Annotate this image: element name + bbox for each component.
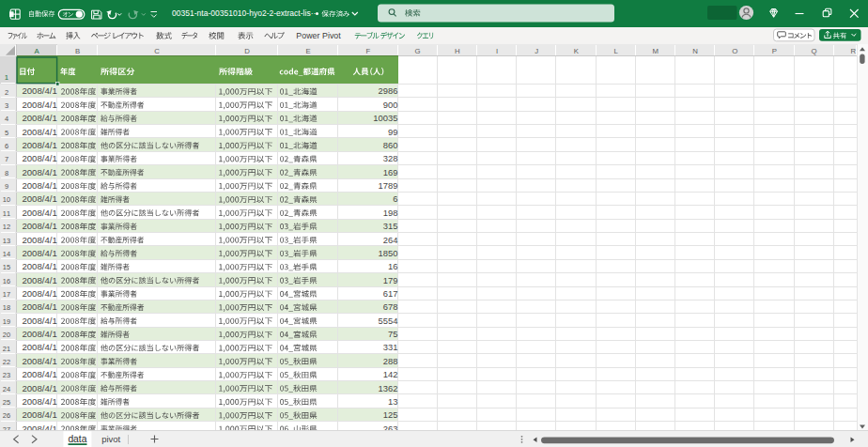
svg-text:264: 264 bbox=[383, 235, 398, 245]
svg-text:data: data bbox=[68, 434, 86, 444]
svg-text:E: E bbox=[305, 47, 310, 55]
svg-text:99: 99 bbox=[388, 127, 397, 137]
svg-text:14: 14 bbox=[3, 250, 10, 258]
svg-text:10035: 10035 bbox=[373, 113, 397, 123]
svg-text:125: 125 bbox=[383, 409, 398, 420]
svg-text:2008/4/1: 2008/4/1 bbox=[22, 167, 56, 177]
svg-text:900: 900 bbox=[383, 100, 398, 110]
svg-text:2008/4/1: 2008/4/1 bbox=[22, 301, 56, 312]
svg-text:2008/4/1: 2008/4/1 bbox=[22, 342, 56, 352]
svg-text:N: N bbox=[692, 47, 698, 55]
svg-text:8: 8 bbox=[5, 169, 8, 177]
svg-text:2008/4/1: 2008/4/1 bbox=[22, 316, 56, 326]
svg-text:1850: 1850 bbox=[379, 248, 398, 258]
svg-text:26: 26 bbox=[3, 411, 10, 420]
svg-text:6: 6 bbox=[393, 193, 397, 204]
svg-text:678: 678 bbox=[383, 301, 398, 312]
svg-text:331: 331 bbox=[383, 342, 398, 352]
svg-text:11: 11 bbox=[3, 209, 10, 218]
svg-text:Power Pivot: Power Pivot bbox=[296, 31, 341, 40]
svg-text:pivot: pivot bbox=[101, 434, 120, 444]
svg-text:O: O bbox=[732, 47, 737, 55]
svg-text:H: H bbox=[455, 47, 460, 55]
svg-text:2008/4/1: 2008/4/1 bbox=[22, 127, 56, 137]
svg-text:2008/4/1: 2008/4/1 bbox=[22, 221, 56, 231]
svg-text:328: 328 bbox=[383, 153, 398, 163]
svg-text:22: 22 bbox=[3, 358, 10, 366]
svg-text:75: 75 bbox=[388, 329, 397, 339]
svg-text:17: 17 bbox=[3, 290, 10, 299]
svg-text:2008/4/1: 2008/4/1 bbox=[22, 140, 56, 150]
svg-text:00351-nta-00351010-hyo2-2-extr: 00351-nta-00351010-hyo2-2-extract-lis··· bbox=[172, 8, 318, 18]
svg-text:L: L bbox=[613, 47, 618, 55]
svg-text:13: 13 bbox=[3, 237, 10, 245]
svg-text:20: 20 bbox=[3, 331, 10, 339]
svg-text:K: K bbox=[574, 47, 580, 55]
svg-text:860: 860 bbox=[383, 140, 398, 150]
svg-text:2008/4/1: 2008/4/1 bbox=[22, 369, 56, 379]
svg-text:13: 13 bbox=[388, 396, 397, 407]
svg-text:C: C bbox=[154, 47, 160, 55]
svg-text:2008/4/1: 2008/4/1 bbox=[22, 180, 56, 191]
svg-text:6: 6 bbox=[5, 142, 8, 150]
svg-text:21: 21 bbox=[3, 345, 10, 353]
svg-text:I: I bbox=[496, 47, 498, 55]
svg-text:23: 23 bbox=[3, 371, 10, 379]
svg-text:2008/4/1: 2008/4/1 bbox=[22, 288, 56, 299]
svg-text:Q: Q bbox=[812, 47, 817, 55]
svg-text:2008/4/1: 2008/4/1 bbox=[22, 208, 56, 218]
svg-text:2008/4/1: 2008/4/1 bbox=[22, 193, 56, 204]
svg-text:24: 24 bbox=[3, 385, 10, 393]
svg-text:15: 15 bbox=[3, 263, 10, 271]
svg-text:5: 5 bbox=[5, 129, 8, 137]
svg-text:1362: 1362 bbox=[379, 383, 398, 393]
svg-text:2008/4/1: 2008/4/1 bbox=[22, 85, 56, 96]
svg-text:7: 7 bbox=[5, 155, 8, 163]
svg-text:179: 179 bbox=[383, 275, 398, 285]
svg-text:2008/4/1: 2008/4/1 bbox=[22, 235, 56, 245]
svg-text:198: 198 bbox=[383, 208, 398, 218]
svg-text:315: 315 bbox=[383, 221, 398, 231]
svg-text:12: 12 bbox=[3, 223, 10, 231]
svg-text:2986: 2986 bbox=[379, 85, 398, 96]
svg-text:2008/4/1: 2008/4/1 bbox=[22, 261, 56, 271]
svg-text:3: 3 bbox=[5, 101, 8, 110]
svg-text:1789: 1789 bbox=[379, 180, 398, 191]
svg-text:142: 142 bbox=[383, 369, 398, 379]
svg-text:B: B bbox=[75, 47, 80, 55]
svg-text:2008/4/1: 2008/4/1 bbox=[22, 409, 56, 420]
svg-text:617: 617 bbox=[383, 288, 398, 299]
svg-text:F: F bbox=[366, 47, 371, 55]
svg-text:5554: 5554 bbox=[379, 316, 398, 326]
svg-text:2008/4/1: 2008/4/1 bbox=[22, 153, 56, 163]
svg-text:16: 16 bbox=[388, 261, 397, 271]
svg-text:M: M bbox=[653, 47, 659, 55]
svg-text:25: 25 bbox=[3, 398, 10, 407]
svg-text:2008/4/1: 2008/4/1 bbox=[22, 356, 56, 366]
svg-text:169: 169 bbox=[383, 167, 398, 177]
svg-text:2008/4/1: 2008/4/1 bbox=[22, 113, 56, 123]
svg-text:19: 19 bbox=[3, 317, 10, 326]
svg-text:2008/4/1: 2008/4/1 bbox=[22, 396, 56, 407]
svg-text:16: 16 bbox=[3, 277, 10, 285]
svg-text:4: 4 bbox=[5, 115, 8, 123]
svg-text:A: A bbox=[34, 47, 39, 55]
svg-text:1: 1 bbox=[5, 73, 8, 82]
svg-text:2: 2 bbox=[5, 88, 8, 97]
svg-text:R: R bbox=[851, 47, 857, 55]
svg-text:2008/4/1: 2008/4/1 bbox=[22, 248, 56, 258]
svg-text:G: G bbox=[415, 47, 421, 55]
svg-text:9: 9 bbox=[5, 182, 8, 191]
svg-text:D: D bbox=[244, 47, 250, 55]
svg-text:288: 288 bbox=[383, 356, 398, 366]
svg-text:2008/4/1: 2008/4/1 bbox=[22, 275, 56, 285]
svg-text:18: 18 bbox=[3, 303, 10, 312]
svg-text:2008/4/1: 2008/4/1 bbox=[22, 383, 56, 393]
svg-text:10: 10 bbox=[3, 195, 10, 204]
svg-text:2008/4/1: 2008/4/1 bbox=[22, 329, 56, 339]
svg-text:P: P bbox=[772, 47, 777, 55]
svg-text:2008/4/1: 2008/4/1 bbox=[22, 100, 56, 110]
svg-text:J: J bbox=[535, 47, 538, 55]
